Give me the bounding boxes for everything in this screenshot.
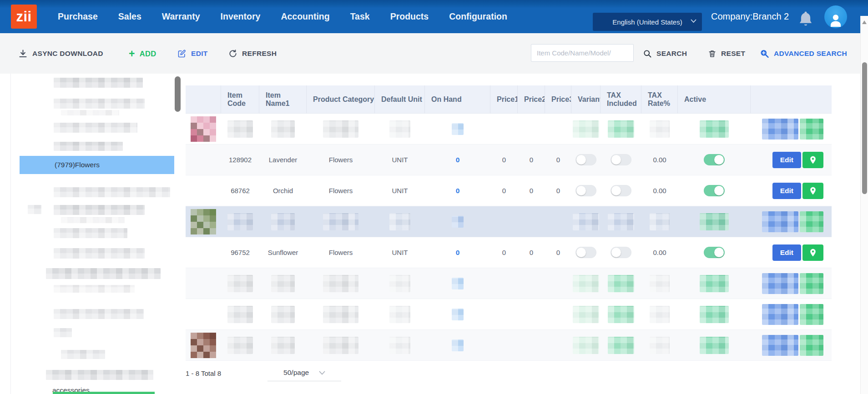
edit-row-button[interactable]: Edit [772,244,801,261]
price1-cell: 0 [502,156,506,164]
active-toggle[interactable] [704,247,725,258]
table-row [186,114,832,145]
item-name-cell: Lavender [269,156,298,164]
sidebar-item-blurred[interactable] [54,142,123,151]
scroll-up-icon[interactable] [862,20,867,24]
location-button[interactable] [802,152,823,168]
trash-icon [708,49,717,58]
price3-cell: 0 [556,249,560,256]
item-code-cell: 68762 [231,187,250,195]
notifications-bell-icon[interactable] [797,10,814,28]
price2-cell: 0 [530,249,533,256]
nav-item-inventory[interactable]: Inventory [221,11,261,22]
blurred-cell-content [800,119,823,140]
add-button[interactable]: + ADD [129,49,156,58]
sidebar-item-blurred[interactable] [46,268,161,279]
col-header-on-hand: On Hand [425,85,490,113]
tax-included-toggle[interactable] [611,247,631,258]
blurred-cell-content [271,213,295,230]
col-header-actions [751,85,832,113]
active-toggle[interactable] [704,185,725,196]
sidebar-item-blurred[interactable] [54,248,145,259]
edit-row-button[interactable]: Edit [772,152,801,168]
language-select[interactable]: English (United States) [593,13,702,31]
page-scrollbar[interactable] [860,16,868,394]
blurred-cell-content [700,120,729,138]
sidebar-tree-line [10,74,11,394]
tax-rate-cell: 0.00 [653,156,666,164]
user-avatar[interactable] [824,5,847,28]
sidebar-item-blurred[interactable] [46,370,153,380]
nav-item-sales[interactable]: Sales [118,11,141,22]
blurred-cell-content [573,213,599,230]
tax-included-toggle[interactable] [611,185,631,196]
edit-button[interactable]: EDIT [177,49,208,58]
col-header-price3: Price3 [545,85,571,113]
variants-toggle-knob [576,186,586,195]
edit-row-button[interactable]: Edit [772,183,801,199]
blurred-cell-content [700,213,729,230]
blurred-cell-content [389,213,410,230]
tax-included-toggle-knob [611,248,621,257]
on-hand-link[interactable]: 0 [456,156,460,164]
on-hand-link[interactable]: 0 [456,249,460,257]
sidebar-item-blurred[interactable] [61,217,125,223]
col-header-active: Active [678,85,751,113]
top-navbar: zii PurchaseSalesWarrantyInventoryAccoun… [0,0,868,33]
sidebar-item-selected[interactable]: (7979)Flowers [20,156,174,174]
sidebar-item-blurred[interactable] [61,350,105,359]
variants-toggle[interactable] [575,247,596,258]
page-scrollbar-thumb[interactable] [862,62,867,194]
col-header-unit: Default Unit [375,85,425,113]
col-header-price1: Price1 [490,85,518,113]
nav-item-purchase[interactable]: Purchase [58,11,98,22]
nav-item-configuration[interactable]: Configuration [449,11,507,22]
sidebar-item-blurred[interactable] [54,78,143,88]
blurred-cell-content [573,306,599,323]
variants-toggle[interactable] [575,185,596,196]
pagination: 1 - 8 Total 8 50/page [186,365,341,381]
blurred-cell-content [573,120,599,138]
table-row: 128902LavenderFlowersUNIT00000.00Edit [186,145,832,175]
blurred-cell-content [700,306,729,323]
products-table: Item CodeItem Name1Product CategoryDefau… [186,85,832,361]
page-size-value: 50/page [283,369,309,377]
location-button[interactable] [802,244,823,261]
sidebar-item-blurred[interactable] [54,205,145,215]
nav-item-task[interactable]: Task [350,11,370,22]
active-toggle[interactable] [704,154,725,165]
sidebar-item-blurred[interactable] [54,309,144,319]
blurred-cell-content [323,120,358,138]
sidebar-item-blurred[interactable] [54,187,170,197]
reset-button[interactable]: RESET [708,49,745,58]
advanced-search-button[interactable]: ADVANCED SEARCH [760,49,847,58]
sidebar-item-blurred[interactable] [54,228,127,238]
sidebar-item-blurred[interactable] [54,123,137,133]
search-input[interactable] [531,44,634,62]
tax-included-toggle[interactable] [611,154,631,165]
nav-item-accounting[interactable]: Accounting [281,11,329,22]
person-icon [828,12,844,28]
sidebar-item-blurred[interactable] [54,328,72,337]
search-button[interactable]: SEARCH [643,49,687,58]
on-hand-link[interactable]: 0 [456,187,460,195]
table-row: 68762OrchidFlowersUNIT00000.00Edit [186,175,832,206]
app-logo[interactable]: zii [11,5,37,29]
blurred-cell-content [323,213,358,230]
blurred-cell-content [227,120,253,138]
sidebar-item-blurred[interactable] [61,110,119,115]
sidebar-item-blurred[interactable] [54,285,135,293]
async-download-button[interactable]: ASYNC DOWNLOAD [18,49,103,58]
language-select-value: English (United States) [612,18,682,26]
refresh-button[interactable]: REFRESH [228,49,277,58]
sidebar-scrollbar[interactable] [175,76,181,112]
sidebar-item-blurred[interactable] [54,99,145,109]
sidebar-item-blurred[interactable] [28,205,41,214]
blurred-cell-content [800,335,823,356]
variants-toggle[interactable] [575,154,596,165]
nav-item-products[interactable]: Products [390,11,429,22]
nav-item-warranty[interactable]: Warranty [162,11,200,22]
location-button[interactable] [802,183,823,199]
edit-icon [177,49,187,58]
page-size-select[interactable]: 50/page [267,365,341,381]
